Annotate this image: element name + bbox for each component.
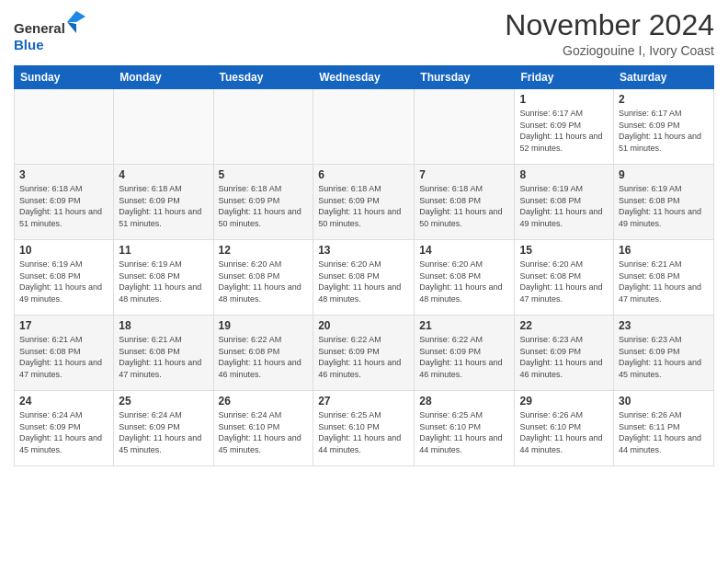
calendar-cell: 29Sunrise: 6:26 AM Sunset: 6:10 PM Dayli… — [515, 391, 614, 466]
day-number: 6 — [318, 168, 409, 181]
day-number: 13 — [318, 244, 409, 257]
header: General Blue November 2024 Goziogouine I… — [14, 9, 714, 58]
calendar-header-row: Sunday Monday Tuesday Wednesday Thursday… — [15, 66, 714, 89]
col-saturday: Saturday — [614, 66, 714, 89]
day-number: 20 — [318, 319, 409, 332]
day-info: Sunrise: 6:20 AM Sunset: 6:08 PM Dayligh… — [219, 259, 309, 304]
day-number: 25 — [119, 395, 208, 408]
month-title: November 2024 — [505, 9, 714, 41]
title-section: November 2024 Goziogouine I, Ivory Coast — [505, 9, 714, 58]
logo-text: General Blue — [14, 13, 85, 53]
day-info: Sunrise: 6:18 AM Sunset: 6:09 PM Dayligh… — [19, 183, 108, 229]
svg-marker-1 — [67, 22, 76, 33]
day-number: 1 — [519, 93, 609, 106]
calendar-cell: 22Sunrise: 6:23 AM Sunset: 6:09 PM Dayli… — [515, 316, 614, 391]
calendar-cell: 25Sunrise: 6:24 AM Sunset: 6:09 PM Dayli… — [114, 391, 213, 466]
day-number: 19 — [219, 319, 309, 332]
day-info: Sunrise: 6:17 AM Sunset: 6:09 PM Dayligh… — [619, 108, 709, 154]
day-info: Sunrise: 6:19 AM Sunset: 6:08 PM Dayligh… — [519, 183, 609, 229]
calendar-week-1: 1Sunrise: 6:17 AM Sunset: 6:09 PM Daylig… — [15, 89, 714, 165]
day-number: 3 — [19, 168, 108, 181]
logo-blue: Blue — [14, 37, 44, 52]
calendar-cell: 10Sunrise: 6:19 AM Sunset: 6:08 PM Dayli… — [15, 240, 114, 316]
day-number: 9 — [619, 168, 709, 181]
calendar-cell: 27Sunrise: 6:25 AM Sunset: 6:10 PM Dayli… — [313, 391, 415, 466]
day-number: 2 — [619, 93, 709, 106]
day-number: 8 — [519, 168, 609, 181]
day-number: 28 — [419, 395, 509, 408]
day-info: Sunrise: 6:23 AM Sunset: 6:09 PM Dayligh… — [519, 334, 609, 380]
day-info: Sunrise: 6:24 AM Sunset: 6:09 PM Dayligh… — [19, 409, 108, 455]
day-number: 27 — [318, 395, 409, 408]
location: Goziogouine I, Ivory Coast — [505, 43, 714, 58]
day-info: Sunrise: 6:19 AM Sunset: 6:08 PM Dayligh… — [19, 259, 108, 304]
svg-marker-0 — [67, 11, 85, 22]
calendar-cell: 3Sunrise: 6:18 AM Sunset: 6:09 PM Daylig… — [15, 165, 114, 240]
calendar-cell: 21Sunrise: 6:22 AM Sunset: 6:09 PM Dayli… — [415, 316, 515, 391]
day-number: 23 — [619, 319, 709, 332]
calendar-cell: 30Sunrise: 6:26 AM Sunset: 6:11 PM Dayli… — [614, 391, 714, 466]
day-info: Sunrise: 6:24 AM Sunset: 6:10 PM Dayligh… — [219, 409, 309, 455]
calendar-cell: 7Sunrise: 6:18 AM Sunset: 6:08 PM Daylig… — [415, 165, 515, 240]
day-number: 17 — [19, 319, 108, 332]
calendar-week-2: 3Sunrise: 6:18 AM Sunset: 6:09 PM Daylig… — [15, 165, 714, 240]
day-number: 30 — [619, 395, 709, 408]
col-thursday: Thursday — [415, 66, 515, 89]
day-info: Sunrise: 6:17 AM Sunset: 6:09 PM Dayligh… — [519, 108, 609, 154]
calendar-cell: 4Sunrise: 6:18 AM Sunset: 6:09 PM Daylig… — [114, 165, 213, 240]
calendar-cell: 17Sunrise: 6:21 AM Sunset: 6:08 PM Dayli… — [15, 316, 114, 391]
day-info: Sunrise: 6:25 AM Sunset: 6:10 PM Dayligh… — [318, 409, 409, 455]
day-info: Sunrise: 6:26 AM Sunset: 6:10 PM Dayligh… — [519, 409, 609, 455]
calendar-cell: 18Sunrise: 6:21 AM Sunset: 6:08 PM Dayli… — [114, 316, 213, 391]
calendar-cell — [213, 89, 313, 165]
day-number: 18 — [119, 319, 208, 332]
day-info: Sunrise: 6:22 AM Sunset: 6:09 PM Dayligh… — [318, 334, 409, 380]
day-number: 22 — [519, 319, 609, 332]
calendar-cell: 13Sunrise: 6:20 AM Sunset: 6:08 PM Dayli… — [313, 240, 415, 316]
calendar-cell: 26Sunrise: 6:24 AM Sunset: 6:10 PM Dayli… — [213, 391, 313, 466]
logo-general: General — [14, 20, 65, 36]
day-number: 16 — [619, 244, 709, 257]
day-info: Sunrise: 6:19 AM Sunset: 6:08 PM Dayligh… — [119, 259, 208, 304]
day-number: 21 — [419, 319, 509, 332]
calendar-week-3: 10Sunrise: 6:19 AM Sunset: 6:08 PM Dayli… — [15, 240, 714, 316]
day-info: Sunrise: 6:22 AM Sunset: 6:08 PM Dayligh… — [219, 334, 309, 380]
calendar-cell: 16Sunrise: 6:21 AM Sunset: 6:08 PM Dayli… — [614, 240, 714, 316]
logo-bird-icon — [67, 11, 85, 33]
calendar-cell — [313, 89, 415, 165]
day-number: 5 — [219, 168, 309, 181]
day-info: Sunrise: 6:20 AM Sunset: 6:08 PM Dayligh… — [419, 259, 509, 304]
day-number: 26 — [219, 395, 309, 408]
calendar-cell: 15Sunrise: 6:20 AM Sunset: 6:08 PM Dayli… — [515, 240, 614, 316]
col-friday: Friday — [515, 66, 614, 89]
day-info: Sunrise: 6:24 AM Sunset: 6:09 PM Dayligh… — [119, 409, 208, 455]
day-info: Sunrise: 6:20 AM Sunset: 6:08 PM Dayligh… — [519, 259, 609, 304]
calendar-cell: 5Sunrise: 6:18 AM Sunset: 6:09 PM Daylig… — [213, 165, 313, 240]
day-number: 12 — [219, 244, 309, 257]
calendar-cell: 1Sunrise: 6:17 AM Sunset: 6:09 PM Daylig… — [515, 89, 614, 165]
day-info: Sunrise: 6:18 AM Sunset: 6:09 PM Dayligh… — [219, 183, 309, 229]
day-info: Sunrise: 6:26 AM Sunset: 6:11 PM Dayligh… — [619, 409, 709, 455]
day-info: Sunrise: 6:21 AM Sunset: 6:08 PM Dayligh… — [619, 259, 709, 304]
calendar-cell: 12Sunrise: 6:20 AM Sunset: 6:08 PM Dayli… — [213, 240, 313, 316]
calendar-cell: 28Sunrise: 6:25 AM Sunset: 6:10 PM Dayli… — [415, 391, 515, 466]
calendar-cell — [415, 89, 515, 165]
logo: General Blue — [14, 13, 85, 53]
calendar-week-5: 24Sunrise: 6:24 AM Sunset: 6:09 PM Dayli… — [15, 391, 714, 466]
day-info: Sunrise: 6:23 AM Sunset: 6:09 PM Dayligh… — [619, 334, 709, 380]
day-info: Sunrise: 6:19 AM Sunset: 6:08 PM Dayligh… — [619, 183, 709, 229]
calendar-cell: 19Sunrise: 6:22 AM Sunset: 6:08 PM Dayli… — [213, 316, 313, 391]
day-number: 15 — [519, 244, 609, 257]
calendar-cell: 2Sunrise: 6:17 AM Sunset: 6:09 PM Daylig… — [614, 89, 714, 165]
day-info: Sunrise: 6:25 AM Sunset: 6:10 PM Dayligh… — [419, 409, 509, 455]
day-number: 29 — [519, 395, 609, 408]
day-info: Sunrise: 6:22 AM Sunset: 6:09 PM Dayligh… — [419, 334, 509, 380]
calendar-cell: 8Sunrise: 6:19 AM Sunset: 6:08 PM Daylig… — [515, 165, 614, 240]
day-info: Sunrise: 6:18 AM Sunset: 6:08 PM Dayligh… — [419, 183, 509, 229]
page: General Blue November 2024 Goziogouine I… — [0, 0, 728, 563]
day-number: 4 — [119, 168, 208, 181]
calendar-cell: 6Sunrise: 6:18 AM Sunset: 6:09 PM Daylig… — [313, 165, 415, 240]
day-number: 10 — [19, 244, 108, 257]
day-info: Sunrise: 6:21 AM Sunset: 6:08 PM Dayligh… — [119, 334, 208, 380]
day-info: Sunrise: 6:20 AM Sunset: 6:08 PM Dayligh… — [318, 259, 409, 304]
